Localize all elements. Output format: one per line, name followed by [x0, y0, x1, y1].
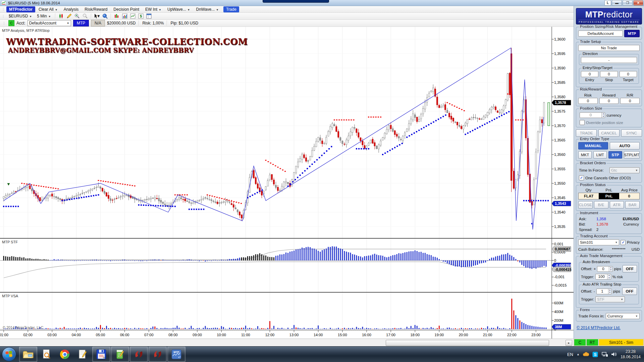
- horizontal-scrollbar[interactable]: ►: [0, 339, 574, 346]
- chart-style-button[interactable]: [58, 13, 65, 19]
- chevron-down-icon: ▼: [615, 241, 618, 244]
- be-off-button[interactable]: OFF: [623, 265, 637, 273]
- trading-account-dropdown[interactable]: Sim101▼: [578, 239, 619, 245]
- auto-button[interactable]: AUTO: [610, 142, 640, 149]
- lmt-button[interactable]: LMT: [593, 151, 607, 159]
- spin-up-icon[interactable]: ▲: [602, 113, 605, 115]
- connection-indicator[interactable]: C: [8, 20, 14, 26]
- taskbar-clock[interactable]: 23:28 18.06.2014: [621, 349, 641, 360]
- volume-icon[interactable]: [611, 351, 617, 357]
- bar-chart-button[interactable]: [121, 13, 128, 19]
- columns-button[interactable]: [113, 13, 120, 19]
- minimize-button[interactable]: ▬: [612, 0, 622, 6]
- menu-dnwave[interactable]: DnWave...▼: [193, 6, 221, 12]
- taskbar-search-button[interactable]: [38, 347, 55, 362]
- spread-label: Spread:: [579, 228, 596, 232]
- subgroup-title: Auto ATR Trailing Stop: [582, 282, 622, 286]
- draw-button[interactable]: [66, 13, 73, 19]
- taskbar-notes-button[interactable]: [111, 347, 129, 362]
- menu-decision-point[interactable]: Decision Point: [111, 6, 142, 12]
- instrument-symbol: EURUSD: [616, 217, 639, 221]
- taskbar-ninjatrader-button[interactable]: [149, 347, 167, 362]
- sync-button[interactable]: SYNC: [621, 129, 642, 137]
- cancel-button[interactable]: CANCEL: [598, 129, 619, 137]
- taskbar-notepad-button[interactable]: [74, 347, 92, 362]
- stp-button[interactable]: STP: [608, 151, 622, 159]
- taskbar-explorer-button[interactable]: [19, 347, 37, 362]
- cloud-icon[interactable]: [583, 351, 589, 357]
- override-checkbox[interactable]: [580, 120, 585, 125]
- stop-field[interactable]: 0: [600, 71, 618, 77]
- start-button[interactable]: [2, 347, 16, 361]
- psrm-mtp-button[interactable]: MTP: [624, 30, 640, 37]
- group-title: Position Size: [579, 106, 603, 110]
- line-chart-button[interactable]: [129, 13, 137, 19]
- l-button[interactable]: L: [604, 0, 611, 6]
- group-position-sizing: Position Sizing/Risk Management DefaultA…: [576, 27, 642, 40]
- taskbar-mtpredictor-button[interactable]: MTPv7: [167, 347, 185, 362]
- manual-button[interactable]: MANUAL: [578, 142, 608, 149]
- chart-canvas[interactable]: 1,36001,35951,35901,35851,35801,35751,35…: [0, 27, 574, 339]
- tif-dropdown[interactable]: Gtc▼: [609, 167, 640, 173]
- be-offset-spinner[interactable]: 0▲▼: [597, 266, 612, 272]
- na-button[interactable]: N/A: [91, 20, 105, 26]
- target-field[interactable]: 0: [620, 71, 637, 77]
- spin-down-icon[interactable]: ▼: [602, 115, 605, 118]
- trade-setup-value: No Trade: [578, 45, 640, 51]
- psrm-account-field[interactable]: DefaultAccount: [578, 31, 623, 37]
- taskbar-ninjatrader-button[interactable]: [130, 347, 148, 362]
- position-size-spinner[interactable]: 0 ▲▼: [580, 112, 605, 118]
- menu-ew-int[interactable]: EW Int▼: [143, 6, 164, 12]
- zoom-out-button[interactable]: [82, 13, 89, 19]
- skype-icon[interactable]: S: [592, 351, 598, 357]
- svg-text:$: $: [140, 14, 142, 18]
- toolbar-separator: [139, 20, 139, 26]
- chevron-down-icon: ▼: [55, 8, 58, 11]
- mtpredictor-copyright-link[interactable]: © 2014 MTPredictor Ltd.: [577, 325, 641, 330]
- pnl-value: PnL: [599, 193, 619, 199]
- find-button[interactable]: [102, 13, 109, 19]
- entry-field[interactable]: 0: [581, 71, 598, 77]
- mtp-button[interactable]: MTP: [73, 20, 89, 26]
- scrollbar-right-arrow[interactable]: ►: [566, 340, 572, 346]
- taskbar-chrome-button[interactable]: [56, 347, 73, 362]
- scrollbar-thumb[interactable]: [386, 340, 549, 346]
- restore-button[interactable]: ❐: [623, 0, 633, 6]
- svg-text:0,000687: 0,000687: [555, 247, 570, 251]
- menu-mtpredictor[interactable]: MTPredictor: [6, 6, 35, 12]
- close-button[interactable]: ✕: [633, 0, 643, 6]
- be-trigger-spinner[interactable]: 100▲▼: [595, 274, 611, 280]
- account-selector[interactable]: DefaultAccount▼: [28, 20, 71, 26]
- dollar-button[interactable]: $: [138, 13, 145, 19]
- menu-trade[interactable]: Trade: [223, 6, 239, 12]
- atr-trigger-dropdown[interactable]: STF▼: [595, 296, 625, 302]
- privacy-checkbox[interactable]: ✓: [621, 240, 626, 245]
- language-indicator[interactable]: EN: [567, 352, 573, 357]
- atr-button[interactable]: ATR: [610, 201, 624, 208]
- trade-button[interactable]: TRADE: [576, 129, 597, 137]
- zoom-in-button[interactable]: [74, 13, 81, 19]
- menu-clear-all[interactable]: Clear All▼: [36, 6, 60, 12]
- mkt-button[interactable]: MKT: [578, 151, 592, 159]
- oco-checkbox[interactable]: ✓: [579, 175, 584, 180]
- trade-forex-dropdown[interactable]: Currency▼: [606, 313, 640, 319]
- symbol-selector[interactable]: $EURUSD▼: [7, 13, 34, 19]
- windows-taskbar: 64 MTPv7 EN ▲ S: [0, 346, 644, 362]
- group-trade-setup: Trade Setup No Trade Direction - Entry/S…: [576, 42, 642, 87]
- close-position-button[interactable]: CLOSE: [578, 201, 593, 208]
- breakeven-button[interactable]: B/E: [594, 201, 608, 208]
- atr-off-button[interactable]: OFF: [622, 288, 637, 295]
- stplmt-button[interactable]: STPLMT: [624, 151, 640, 159]
- menu-upwave[interactable]: UpWave...▼: [165, 6, 193, 12]
- cursor-button[interactable]: ▼: [94, 13, 101, 19]
- tray-expand-icon[interactable]: ▲: [577, 353, 580, 356]
- panel-button[interactable]: [146, 13, 153, 19]
- svg-text:S: S: [594, 352, 597, 357]
- taskbar-floppy64-button[interactable]: 64: [92, 347, 110, 362]
- interval-selector[interactable]: 5 Min▼: [35, 13, 53, 19]
- menu-analysis[interactable]: Analysis: [61, 6, 82, 12]
- bar-button[interactable]: BAR: [625, 201, 640, 208]
- atr-offset-spinner[interactable]: 1▲▼: [596, 289, 612, 294]
- network-icon[interactable]: [602, 351, 608, 357]
- menu-risk-reward[interactable]: Risk/Reward: [82, 6, 110, 12]
